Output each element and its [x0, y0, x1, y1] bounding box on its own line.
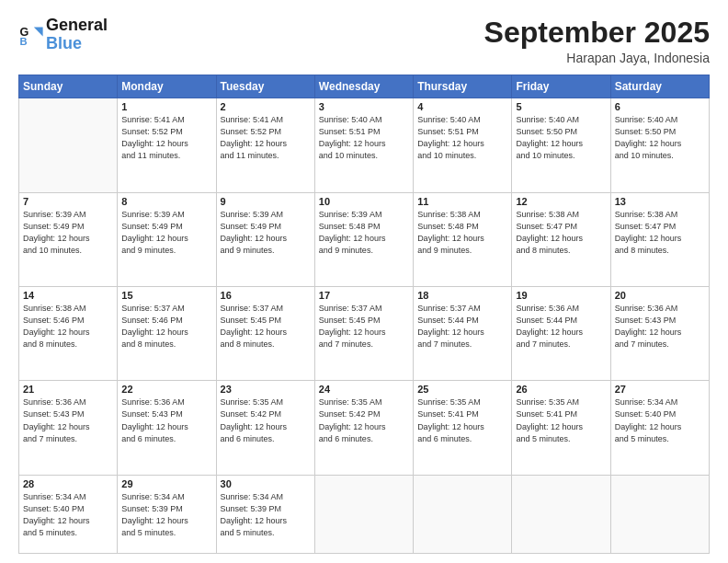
day-number: 28 [23, 478, 113, 489]
day-number: 22 [121, 384, 211, 395]
calendar-cell: 2Sunrise: 5:41 AMSunset: 5:52 PMDaylight… [216, 98, 314, 192]
calendar-cell: 15Sunrise: 5:37 AMSunset: 5:46 PMDayligh… [118, 287, 216, 381]
day-number: 15 [121, 290, 211, 301]
day-number: 12 [516, 196, 606, 207]
calendar-cell [512, 475, 610, 553]
calendar-week-4: 21Sunrise: 5:36 AMSunset: 5:43 PMDayligh… [19, 381, 710, 475]
calendar-cell: 23Sunrise: 5:35 AMSunset: 5:42 PMDayligh… [216, 381, 314, 475]
day-info: Sunrise: 5:41 AMSunset: 5:52 PMDaylight:… [121, 114, 211, 162]
day-info: Sunrise: 5:37 AMSunset: 5:44 PMDaylight:… [417, 303, 507, 350]
day-info: Sunrise: 5:35 AMSunset: 5:41 PMDaylight:… [516, 396, 606, 444]
calendar-cell: 17Sunrise: 5:37 AMSunset: 5:45 PMDayligh… [314, 287, 413, 381]
day-info: Sunrise: 5:39 AMSunset: 5:49 PMDaylight:… [121, 209, 211, 257]
calendar-cell: 6Sunrise: 5:40 AMSunset: 5:50 PMDaylight… [610, 98, 709, 192]
day-info: Sunrise: 5:34 AMSunset: 5:39 PMDaylight:… [221, 491, 311, 539]
day-number: 26 [516, 384, 606, 395]
calendar-cell: 9Sunrise: 5:39 AMSunset: 5:49 PMDaylight… [216, 192, 314, 286]
day-info: Sunrise: 5:40 AMSunset: 5:51 PMDaylight:… [319, 114, 409, 162]
calendar-week-3: 14Sunrise: 5:38 AMSunset: 5:46 PMDayligh… [19, 287, 710, 381]
calendar-cell: 24Sunrise: 5:35 AMSunset: 5:42 PMDayligh… [314, 381, 413, 475]
day-number: 6 [615, 101, 705, 112]
day-info: Sunrise: 5:34 AMSunset: 5:40 PMDaylight:… [23, 491, 113, 539]
header: G B General Blue September 2025 Harapan … [18, 17, 710, 65]
day-info: Sunrise: 5:37 AMSunset: 5:46 PMDaylight:… [121, 303, 211, 350]
calendar-cell: 27Sunrise: 5:34 AMSunset: 5:40 PMDayligh… [610, 381, 709, 475]
calendar-cell: 25Sunrise: 5:35 AMSunset: 5:41 PMDayligh… [414, 381, 512, 475]
day-number: 2 [221, 101, 311, 112]
day-info: Sunrise: 5:34 AMSunset: 5:40 PMDaylight:… [615, 396, 705, 444]
calendar-cell: 28Sunrise: 5:34 AMSunset: 5:40 PMDayligh… [19, 475, 118, 553]
day-number: 24 [319, 384, 409, 395]
day-number: 27 [615, 384, 705, 395]
day-number: 3 [319, 101, 409, 112]
day-info: Sunrise: 5:38 AMSunset: 5:46 PMDaylight:… [23, 303, 113, 350]
day-info: Sunrise: 5:35 AMSunset: 5:41 PMDaylight:… [417, 396, 507, 444]
day-number: 16 [221, 290, 311, 301]
col-header-friday: Friday [512, 75, 610, 98]
day-info: Sunrise: 5:37 AMSunset: 5:45 PMDaylight:… [221, 303, 311, 350]
calendar-cell: 18Sunrise: 5:37 AMSunset: 5:44 PMDayligh… [414, 287, 512, 381]
day-info: Sunrise: 5:37 AMSunset: 5:45 PMDaylight:… [319, 303, 409, 350]
calendar-cell: 1Sunrise: 5:41 AMSunset: 5:52 PMDaylight… [118, 98, 216, 192]
day-info: Sunrise: 5:36 AMSunset: 5:43 PMDaylight:… [23, 396, 113, 444]
day-info: Sunrise: 5:41 AMSunset: 5:52 PMDaylight:… [221, 114, 311, 162]
logo: G B General Blue [18, 17, 108, 53]
day-info: Sunrise: 5:36 AMSunset: 5:43 PMDaylight:… [121, 396, 211, 444]
calendar-cell: 10Sunrise: 5:39 AMSunset: 5:48 PMDayligh… [314, 192, 413, 286]
col-header-tuesday: Tuesday [216, 75, 314, 98]
day-number: 1 [121, 101, 211, 112]
day-number: 23 [221, 384, 311, 395]
calendar-cell: 22Sunrise: 5:36 AMSunset: 5:43 PMDayligh… [118, 381, 216, 475]
day-number: 4 [417, 101, 507, 112]
logo-icon: G B [18, 22, 44, 48]
calendar-week-5: 28Sunrise: 5:34 AMSunset: 5:40 PMDayligh… [19, 475, 710, 553]
day-info: Sunrise: 5:39 AMSunset: 5:48 PMDaylight:… [319, 209, 409, 257]
logo-line2: Blue [46, 35, 108, 53]
calendar-cell: 11Sunrise: 5:38 AMSunset: 5:48 PMDayligh… [414, 192, 512, 286]
col-header-wednesday: Wednesday [314, 75, 413, 98]
day-info: Sunrise: 5:34 AMSunset: 5:39 PMDaylight:… [121, 491, 211, 539]
calendar-cell: 4Sunrise: 5:40 AMSunset: 5:51 PMDaylight… [414, 98, 512, 192]
day-number: 9 [221, 196, 311, 207]
calendar-cell: 3Sunrise: 5:40 AMSunset: 5:51 PMDaylight… [314, 98, 413, 192]
day-number: 25 [417, 384, 507, 395]
day-number: 11 [417, 196, 507, 207]
day-number: 7 [23, 196, 113, 207]
day-number: 8 [121, 196, 211, 207]
calendar-week-2: 7Sunrise: 5:39 AMSunset: 5:49 PMDaylight… [19, 192, 710, 286]
day-info: Sunrise: 5:38 AMSunset: 5:47 PMDaylight:… [615, 209, 705, 257]
calendar-cell: 21Sunrise: 5:36 AMSunset: 5:43 PMDayligh… [19, 381, 118, 475]
day-info: Sunrise: 5:39 AMSunset: 5:49 PMDaylight:… [221, 209, 311, 257]
calendar-cell: 19Sunrise: 5:36 AMSunset: 5:44 PMDayligh… [512, 287, 610, 381]
calendar-week-1: 1Sunrise: 5:41 AMSunset: 5:52 PMDaylight… [19, 98, 710, 192]
location-subtitle: Harapan Jaya, Indonesia [484, 51, 710, 65]
calendar-cell [314, 475, 413, 553]
calendar-cell [610, 475, 709, 553]
day-info: Sunrise: 5:39 AMSunset: 5:49 PMDaylight:… [23, 209, 113, 257]
day-info: Sunrise: 5:38 AMSunset: 5:48 PMDaylight:… [417, 209, 507, 257]
day-number: 5 [516, 101, 606, 112]
day-number: 14 [23, 290, 113, 301]
col-header-thursday: Thursday [414, 75, 512, 98]
day-info: Sunrise: 5:40 AMSunset: 5:51 PMDaylight:… [417, 114, 507, 162]
day-number: 17 [319, 290, 409, 301]
day-info: Sunrise: 5:35 AMSunset: 5:42 PMDaylight:… [319, 396, 409, 444]
calendar-cell: 26Sunrise: 5:35 AMSunset: 5:41 PMDayligh… [512, 381, 610, 475]
col-header-saturday: Saturday [610, 75, 709, 98]
calendar-cell: 7Sunrise: 5:39 AMSunset: 5:49 PMDaylight… [19, 192, 118, 286]
day-number: 29 [121, 478, 211, 489]
calendar-cell: 20Sunrise: 5:36 AMSunset: 5:43 PMDayligh… [610, 287, 709, 381]
svg-text:B: B [19, 36, 27, 47]
day-info: Sunrise: 5:36 AMSunset: 5:43 PMDaylight:… [615, 303, 705, 350]
day-number: 18 [417, 290, 507, 301]
day-info: Sunrise: 5:40 AMSunset: 5:50 PMDaylight:… [516, 114, 606, 162]
calendar-cell: 12Sunrise: 5:38 AMSunset: 5:47 PMDayligh… [512, 192, 610, 286]
day-number: 10 [319, 196, 409, 207]
calendar-cell: 13Sunrise: 5:38 AMSunset: 5:47 PMDayligh… [610, 192, 709, 286]
day-number: 20 [615, 290, 705, 301]
calendar-cell [414, 475, 512, 553]
calendar-cell [19, 98, 118, 192]
svg-marker-1 [34, 27, 43, 36]
calendar-cell: 5Sunrise: 5:40 AMSunset: 5:50 PMDaylight… [512, 98, 610, 192]
day-number: 19 [516, 290, 606, 301]
